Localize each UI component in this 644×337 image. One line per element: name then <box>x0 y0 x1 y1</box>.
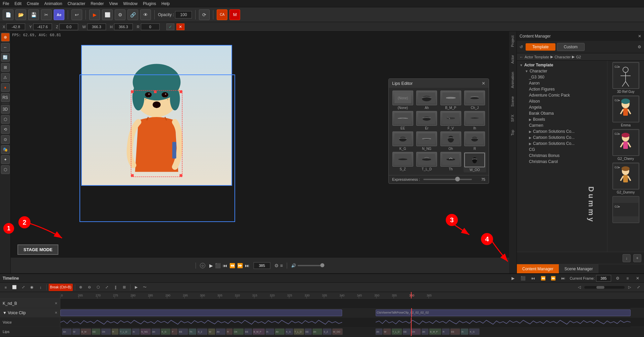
thumb-g2-dummy[interactable]: G2▸ G2_Dummy <box>609 163 643 194</box>
tree-angela[interactable]: Angela <box>517 104 607 110</box>
tree-barak[interactable]: Barak Obama <box>517 110 607 116</box>
template-tab[interactable]: Template <box>526 43 555 51</box>
tl-tool-4[interactable]: ◉ <box>28 284 36 291</box>
tl-close[interactable]: ✕ <box>634 275 641 282</box>
thumb-emma[interactable]: G2▸ Emma <box>609 96 643 127</box>
tree-actor-template[interactable]: ▼ Actor Template <box>517 62 607 68</box>
track-vc-close[interactable]: ✕ <box>55 311 57 315</box>
tree-xmas-bonus[interactable]: Christmas Bonus <box>517 153 607 159</box>
back-icon[interactable]: ← <box>520 55 523 59</box>
transform-button[interactable]: ⟳ <box>199 9 210 20</box>
undo-button[interactable]: ↩ <box>71 9 82 20</box>
tl-tool-1[interactable]: ≡ <box>2 284 9 291</box>
pb-prev[interactable]: ⏮ <box>223 263 227 268</box>
lip-ee[interactable]: EE <box>391 111 414 130</box>
content-manager-tab[interactable]: Content Manager <box>517 264 559 273</box>
tab-sfx[interactable]: SFX <box>509 111 517 126</box>
refresh-icon[interactable]: ↺ <box>520 45 523 49</box>
breadcrumb-g2[interactable]: G2 <box>576 55 581 59</box>
left-btn-5[interactable]: ⚠ <box>1 73 10 82</box>
pb-play[interactable]: ▶ <box>209 263 213 268</box>
tl-settings[interactable]: ⚙ <box>614 275 621 282</box>
pb-settings[interactable]: ⚙ <box>274 263 279 268</box>
panel-settings-icon[interactable]: ⚙ <box>638 45 641 49</box>
tl-stop[interactable]: ⬛ <box>519 275 527 282</box>
app1-button[interactable]: CA <box>217 9 227 20</box>
breadcrumb-character[interactable]: Character <box>554 55 571 59</box>
menu-file[interactable]: File <box>3 1 9 6</box>
tl-tool-2[interactable]: ⬜ <box>11 284 18 291</box>
tl-tool-6[interactable]: ⤢ <box>103 284 111 291</box>
menu-plugins[interactable]: Plugins <box>143 1 156 6</box>
tree-cartoon3[interactable]: ▶ Cartoon Solutions Co... <box>517 141 607 147</box>
tl-expand[interactable]: ⤢ <box>635 284 642 291</box>
pb-list[interactable]: ≡ <box>280 263 283 268</box>
copy-button[interactable]: ⬜ <box>102 9 113 20</box>
opacity-input[interactable] <box>175 11 192 18</box>
tree-alison[interactable]: Alison <box>517 98 607 104</box>
z-input[interactable] <box>59 23 78 30</box>
lip-chj[interactable]: Ch_J <box>464 91 486 110</box>
paste-button[interactable]: ⚙ <box>115 9 125 20</box>
frame-number-input[interactable] <box>596 275 611 282</box>
thumb-g2-cherry[interactable]: G2▸ G2_Cherry <box>609 129 643 161</box>
tree-boxels[interactable]: ▶ Boxels <box>517 116 607 122</box>
eye-button[interactable]: 👁 <box>140 9 151 20</box>
menu-create[interactable]: Create <box>27 1 39 6</box>
tl-scroll-bar[interactable] <box>584 286 625 289</box>
pb-circle[interactable]: ○ <box>200 263 205 268</box>
tree-adventure[interactable]: Adventure Comic Pack <box>517 92 607 98</box>
tree-action-figures[interactable]: Action Figures <box>517 86 607 92</box>
tl-list[interactable]: ≡ <box>624 275 631 282</box>
lip-woo[interactable]: W_OO <box>464 152 486 172</box>
vol-slider[interactable] <box>298 265 324 266</box>
tl-back-frame[interactable]: ⏪ <box>539 275 547 282</box>
left-btn-14[interactable]: ⬡ <box>1 165 10 174</box>
x-button[interactable]: ✕ <box>176 23 184 30</box>
left-btn-12[interactable]: 🎭 <box>1 145 10 154</box>
y-input[interactable] <box>33 23 52 30</box>
menu-render[interactable]: Render <box>91 1 104 6</box>
lips-editor-close[interactable]: ✕ <box>482 81 485 86</box>
lip-fv[interactable]: F_V <box>439 111 462 130</box>
menu-view[interactable]: View <box>109 1 118 6</box>
left-btn-10[interactable]: ⟲ <box>1 125 10 134</box>
r-input[interactable] <box>141 23 160 30</box>
lip-bmp[interactable]: B_M_P <box>439 91 462 110</box>
tab-animation[interactable]: Animation <box>509 68 517 92</box>
left-btn-11[interactable]: ⊙ <box>1 135 10 144</box>
menu-character[interactable]: Character <box>67 1 85 6</box>
tl-next-frame[interactable]: ⏭ <box>559 275 567 282</box>
tab-top[interactable]: Top <box>509 126 517 140</box>
save-button[interactable]: 💾 <box>28 9 39 20</box>
menu-help[interactable]: Help <box>161 1 170 6</box>
tree-g3-360[interactable]: _G3 360 <box>517 74 607 80</box>
tree-cartoon2[interactable]: ▶ Cartoon Solutions Co... <box>517 134 607 141</box>
lip-none[interactable]: (None) (None) <box>391 91 414 110</box>
voice-clip-bar-1[interactable] <box>60 310 342 316</box>
tab-actor[interactable]: Actor <box>509 51 517 68</box>
voice-clip-bar-2[interactable]: CtsVisemeTalkPoseClip_02_02_02_02 <box>376 310 631 316</box>
expressiveness-slider[interactable] <box>423 179 472 180</box>
menu-animation[interactable]: Animation <box>44 1 62 6</box>
left-btn-8[interactable]: 3D <box>1 105 10 114</box>
left-btn-scale[interactable]: ⊞ <box>1 63 10 72</box>
tree-cartoon1[interactable]: ▶ Cartoon Solutions Co... <box>517 128 607 134</box>
left-btn-rotate[interactable]: 🔄 <box>1 53 10 62</box>
tl-zoom-in[interactable]: ⊕ <box>77 284 85 291</box>
lip-nng[interactable]: N_NG <box>416 131 438 151</box>
tl-prev-frame[interactable]: ⏮ <box>529 275 537 282</box>
tl-zoom-out[interactable]: ⊖ <box>86 284 93 291</box>
content-manager-close[interactable]: ✕ <box>638 34 641 39</box>
tree-cg[interactable]: CG <box>517 147 607 153</box>
link-button[interactable]: 🔗 <box>127 9 138 20</box>
thumb-extra[interactable]: G2▸ <box>609 196 643 223</box>
tab-project[interactable]: Project <box>509 32 517 51</box>
pb-next[interactable]: ⏭ <box>245 263 250 268</box>
new-button[interactable]: 📄 <box>3 9 13 20</box>
tl-split[interactable]: ‖ <box>112 284 119 291</box>
open-button[interactable]: 📂 <box>15 9 26 20</box>
thumb-3d-ref[interactable]: G2▸ 3D Ref Guy <box>609 62 643 94</box>
tl-zoom-fit[interactable]: ⬡ <box>95 284 102 291</box>
footer-add-btn[interactable]: + <box>633 254 641 262</box>
